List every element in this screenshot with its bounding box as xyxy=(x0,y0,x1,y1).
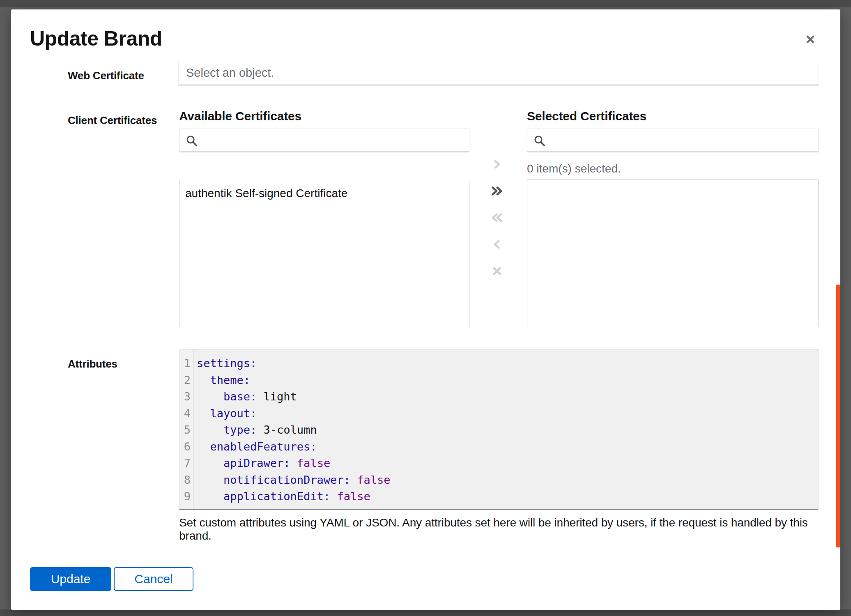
available-certificates-header: Available Certificates xyxy=(179,109,301,123)
angle-right-icon xyxy=(490,158,504,172)
overlay-band-top xyxy=(0,0,851,7)
attributes-label: Attributes xyxy=(68,358,117,370)
editor-line-numbers: 123456789 xyxy=(179,349,193,509)
code-line: layout: xyxy=(197,405,818,422)
code-line: theme: xyxy=(197,372,818,389)
line-number: 9 xyxy=(179,488,193,505)
move-selected-right-button[interactable] xyxy=(486,155,508,175)
line-number: 6 xyxy=(179,439,193,455)
notification-indicator-bar xyxy=(836,285,840,547)
close-icon xyxy=(805,34,816,46)
overlay-band-bottom xyxy=(0,609,851,616)
web-certificate-input[interactable] xyxy=(178,61,819,85)
line-number: 4 xyxy=(179,405,193,422)
update-button[interactable]: Update xyxy=(30,567,111,591)
line-number: 7 xyxy=(179,455,193,472)
selected-count-status: 0 item(s) selected. xyxy=(527,162,621,175)
search-icon xyxy=(185,134,198,147)
code-line: enabledFeatures: xyxy=(197,439,818,455)
code-line: type: 3-column xyxy=(197,422,818,439)
web-certificate-label: Web Certificate xyxy=(68,69,144,82)
search-icon xyxy=(533,134,545,147)
editor-code-content: settings: theme: base: light layout: typ… xyxy=(193,349,818,509)
line-number: 5 xyxy=(179,422,193,439)
selected-search-box xyxy=(527,129,819,152)
available-certificates-list[interactable]: authentik Self-signed Certificate xyxy=(179,180,469,327)
angle-double-left-icon xyxy=(490,211,504,225)
attributes-help-text: Set custom attributes using YAML or JSON… xyxy=(179,516,820,542)
modal-title: Update Brand xyxy=(30,27,162,51)
selected-certificates-header: Selected Certificates xyxy=(527,109,646,123)
close-button[interactable] xyxy=(800,29,821,51)
line-number: 2 xyxy=(179,372,193,389)
move-selected-left-button[interactable] xyxy=(486,235,508,255)
line-number: 8 xyxy=(179,472,193,489)
selected-certificates-list[interactable] xyxy=(527,179,819,327)
selected-search-input[interactable] xyxy=(545,129,818,152)
code-line: settings: xyxy=(197,355,818,372)
line-number: 3 xyxy=(179,388,193,405)
list-item[interactable]: authentik Self-signed Certificate xyxy=(179,180,469,207)
code-line: base: light xyxy=(197,388,818,405)
attributes-code-editor[interactable]: 123456789 settings: theme: base: light l… xyxy=(179,349,819,510)
update-brand-modal: Update Brand Web Certificate Client Cert… xyxy=(11,9,840,610)
code-line: applicationEdit: false xyxy=(197,488,818,505)
dual-list-controls xyxy=(486,155,508,281)
move-all-left-button[interactable] xyxy=(486,208,508,228)
times-icon xyxy=(490,265,504,278)
cancel-button[interactable]: Cancel xyxy=(114,567,193,591)
move-all-right-button[interactable] xyxy=(486,182,508,201)
available-search-box xyxy=(179,129,469,152)
angle-left-icon xyxy=(490,238,504,252)
line-number: 1 xyxy=(179,355,193,372)
clear-selection-button[interactable] xyxy=(486,262,508,281)
screen: { "modal": { "title": "Update Brand" }, … xyxy=(0,0,851,616)
code-line: notificationDrawer: false xyxy=(197,472,818,489)
angle-double-right-icon xyxy=(490,185,504,198)
available-search-input[interactable] xyxy=(198,129,469,152)
client-certificates-label: Client Certificates xyxy=(68,114,157,127)
code-line: apiDrawer: false xyxy=(197,455,818,472)
